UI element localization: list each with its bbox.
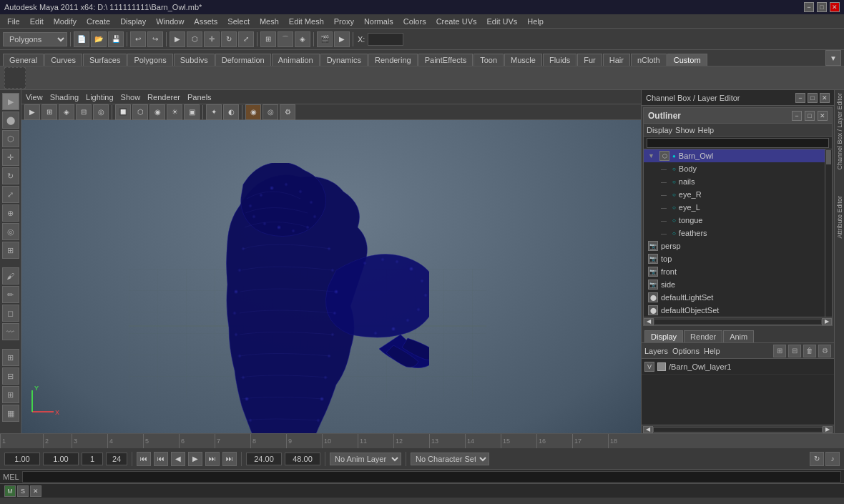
outliner-minimize[interactable]: −	[792, 111, 802, 121]
viewport-3d-content[interactable]: X Y	[21, 120, 641, 433]
frame-field[interactable]	[82, 453, 103, 465]
range-end-field[interactable]	[285, 453, 320, 465]
snap-point[interactable]: ◈	[295, 31, 310, 47]
layout-btn[interactable]: ⊞	[2, 386, 19, 403]
vp-isolate-btn[interactable]: ◐	[223, 104, 239, 120]
vp-tb3[interactable]: ◈	[59, 104, 74, 120]
select-tool[interactable]: ▶	[170, 31, 185, 47]
shelf-tab-surfaces[interactable]: Surfaces	[83, 54, 127, 66]
menu-display[interactable]: Display	[116, 16, 150, 27]
shelf-options-btn[interactable]: ▼	[825, 50, 841, 66]
menu-modify[interactable]: Modify	[49, 16, 81, 27]
vp-wire-btn[interactable]: ⬡	[132, 104, 148, 120]
vp-cam2-btn[interactable]: ◎	[262, 104, 278, 120]
shelf-tab-fluids[interactable]: Fluids	[543, 54, 576, 66]
soft-select-btn[interactable]: ◎	[2, 223, 19, 240]
menu-proxy[interactable]: Proxy	[330, 16, 358, 27]
scale-tool[interactable]: ⤢	[238, 31, 254, 47]
tree-item-eye-l[interactable]: — ○ eye_L	[644, 201, 825, 214]
menu-edit[interactable]: Edit	[26, 16, 48, 27]
tree-item-side[interactable]: 📷 side	[644, 278, 825, 291]
layer-tab-display[interactable]: Display	[644, 330, 683, 342]
vp-panels-menu[interactable]: Panels	[187, 93, 212, 102]
vp-shadow-btn[interactable]: ▣	[184, 104, 200, 120]
outliner-maximize[interactable]: □	[805, 111, 815, 121]
status-icon-close[interactable]: ✕	[30, 485, 41, 497]
redo-btn[interactable]: ↪	[147, 31, 163, 47]
shelf-tab-polygons[interactable]: Polygons	[127, 54, 172, 66]
tree-item-persp[interactable]: 📷 persp	[644, 239, 825, 252]
attr-editor-vert-tab[interactable]: Attribute Editor	[836, 196, 843, 239]
layer-scroll-left[interactable]: ◀	[643, 426, 653, 433]
current-time-field[interactable]	[4, 453, 40, 465]
hscroll-left[interactable]: ◀	[644, 318, 654, 325]
lasso-tool-btn[interactable]: ⬡	[2, 130, 19, 147]
snap-grid[interactable]: ⊞	[260, 31, 276, 47]
vp-lighting-menu[interactable]: Lighting	[86, 93, 114, 102]
vp-show-menu[interactable]: Show	[121, 93, 141, 102]
layer-tab-anim[interactable]: Anim	[723, 330, 754, 342]
layer-help-menu[interactable]: Help	[704, 347, 720, 355]
layer-del-btn[interactable]: 🗑	[803, 345, 816, 357]
tree-item-nails[interactable]: — ○ nails	[644, 175, 825, 188]
save-btn[interactable]: 💾	[108, 31, 124, 47]
menu-create[interactable]: Create	[82, 16, 114, 27]
vp-light-btn[interactable]: ☀	[167, 104, 182, 120]
layout2-btn[interactable]: ▦	[2, 405, 19, 422]
shelf-tab-muscle[interactable]: Muscle	[504, 54, 542, 66]
shelf-tab-curves[interactable]: Curves	[44, 54, 82, 66]
mel-input[interactable]	[22, 471, 841, 483]
tree-item-default-object-set[interactable]: ⬤ defaultObjectSet	[644, 304, 825, 317]
layer-new-btn[interactable]: ⊞	[773, 345, 786, 357]
viewport[interactable]: View Shading Lighting Show Renderer Pane…	[21, 90, 641, 433]
undo-btn[interactable]: ↩	[130, 31, 146, 47]
outliner-search-input[interactable]	[647, 138, 829, 148]
outliner-scrollbar[interactable]	[825, 149, 832, 317]
snap-curve[interactable]: ⌒	[278, 31, 293, 47]
hscroll-right[interactable]: ▶	[822, 318, 832, 325]
hair-btn[interactable]: 〰	[2, 323, 19, 340]
sculpt-btn[interactable]: 🖌	[2, 267, 19, 285]
tree-item-front[interactable]: 📷 front	[644, 265, 825, 278]
lasso-tool[interactable]: ⬡	[187, 31, 202, 47]
render-settings[interactable]: 🎬	[317, 31, 333, 47]
snap-grid-btn[interactable]: ⊞	[2, 349, 19, 366]
tree-item-top[interactable]: 📷 top	[644, 252, 825, 265]
menu-help[interactable]: Help	[523, 16, 548, 27]
rotate-btn[interactable]: ↻	[2, 167, 19, 184]
audio-btn[interactable]: ♪	[825, 452, 840, 466]
x-field[interactable]	[368, 33, 403, 46]
play-fwd-btn[interactable]: ▶	[188, 452, 202, 466]
vp-tb1[interactable]: ▶	[24, 104, 40, 120]
shelf-tab-rendering[interactable]: Rendering	[368, 54, 418, 66]
paint-btn[interactable]: ✏	[2, 286, 19, 303]
tree-item-barn-owl[interactable]: ▼ ⬡ ● Barn_Owl	[644, 149, 825, 162]
tree-item-default-light-set[interactable]: ⬤ defaultLightSet	[644, 291, 825, 304]
vp-camera-btn[interactable]: ◉	[245, 104, 261, 120]
menu-normals[interactable]: Normals	[360, 16, 398, 27]
shelf-tab-hair[interactable]: Hair	[603, 54, 630, 66]
layer-dup-btn[interactable]: ⊟	[788, 345, 801, 357]
maximize-button[interactable]: □	[817, 2, 827, 12]
vp-tb5[interactable]: ◎	[93, 104, 109, 120]
minimize-button[interactable]: −	[804, 2, 814, 12]
vp-shading-menu[interactable]: Shading	[50, 93, 79, 102]
move-tool[interactable]: ✛	[204, 31, 220, 47]
rotate-tool[interactable]: ↻	[221, 31, 237, 47]
shelf-tab-subdivs[interactable]: Subdivs	[174, 54, 215, 66]
show-manip-btn[interactable]: ⊞	[2, 242, 19, 259]
cb-maximize[interactable]: □	[808, 93, 818, 103]
universal-manip-btn[interactable]: ⊕	[2, 204, 19, 222]
vp-shading-btn[interactable]: 🔲	[115, 104, 131, 120]
layer-scroll-track[interactable]	[653, 427, 823, 433]
menu-edit-mesh[interactable]: Edit Mesh	[285, 16, 328, 27]
go-end-btn[interactable]: ⏭	[222, 452, 237, 466]
range-start-field[interactable]	[246, 453, 282, 465]
scale-btn[interactable]: ⤢	[2, 186, 19, 203]
shelf-tab-toon[interactable]: Toon	[473, 54, 504, 66]
scroll-thumb[interactable]	[826, 150, 831, 164]
status-icon-maya[interactable]: M	[4, 485, 16, 497]
paint-select-btn[interactable]: ⬤	[2, 112, 19, 129]
status-icon-script[interactable]: S	[17, 485, 29, 497]
anim-layer-select[interactable]: No Anim Layer	[330, 453, 401, 465]
